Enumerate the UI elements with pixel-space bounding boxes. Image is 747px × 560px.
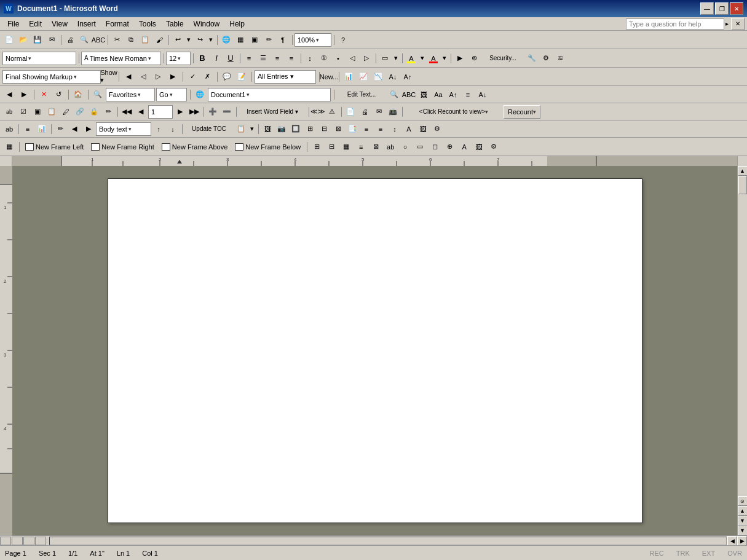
form-merge-print[interactable]: 🖨 [358,105,371,119]
reject-btn[interactable]: ✗ [200,70,214,84]
fr-btn13[interactable]: ⚙ [487,140,500,154]
accept-changes-btn[interactable]: ⊚ [467,52,481,65]
close-button[interactable]: ✕ [730,2,743,15]
fr-btn6[interactable]: ab [384,140,397,154]
toc-btn6[interactable]: ⊠ [331,122,345,136]
fr-btn7[interactable]: ○ [398,140,412,154]
paste-button[interactable]: 📋 [138,33,152,47]
toc-btn7[interactable]: 📑 [346,122,359,136]
nav-spelling[interactable]: ABC [402,88,416,101]
stop-btn[interactable]: ✕ [37,88,50,101]
prev-revision-btn[interactable]: ◁ [136,70,150,84]
back-btn[interactable]: ◀ [2,88,16,101]
line-spacing-button[interactable]: ↕ [303,52,317,65]
table-btn[interactable]: ▦ [234,33,247,47]
menu-window[interactable]: Window [189,17,225,30]
toc-btn5[interactable]: ⊟ [317,122,331,136]
form-merge-fax[interactable]: 📠 [386,105,400,119]
drawing-btn[interactable]: ✏ [262,33,275,47]
form-last[interactable]: ▶▶ [188,105,201,119]
hyperlink-button[interactable]: 🌐 [219,33,233,47]
menu-format[interactable]: Format [101,17,134,30]
next-page-button[interactable]: ▼ [738,516,748,526]
font-color-button[interactable]: A [427,52,440,65]
scroll-thumb-v[interactable] [738,176,747,194]
all-entries-dropdown[interactable]: All Entries ▾ [255,70,316,84]
form-btn5[interactable]: 🖊 [59,105,73,119]
rev-btn1[interactable]: 📊 [342,70,355,84]
comment-btn[interactable]: 💬 [220,70,234,84]
accept-btn[interactable]: ✓ [186,70,199,84]
new-frame-below-btn[interactable]: New Frame Below [232,140,304,154]
rev-btn2[interactable]: 📈 [357,70,370,84]
numbering-button[interactable]: ① [317,52,331,65]
border-arrow[interactable]: ▾ [392,52,400,65]
extra-btn1[interactable]: 🔧 [525,52,539,65]
preview-button[interactable]: 🔍 [77,33,91,47]
decrease-indent-button[interactable]: ◁ [346,52,359,65]
email-button[interactable]: ✉ [45,33,58,47]
toc-btn9[interactable]: ≡ [374,122,387,136]
format-painter-button[interactable]: 🖌 [152,33,166,47]
fr-btn10[interactable]: ⊕ [443,140,456,154]
align-right-button[interactable]: ≡ [271,52,284,65]
form-del[interactable]: ➖ [220,105,234,119]
bold-button[interactable]: B [196,52,209,65]
menu-file[interactable]: File [2,17,24,30]
outline-btn1[interactable]: ab [2,122,16,136]
nav-para[interactable]: ≡ [461,88,475,101]
form-btn4[interactable]: 📋 [45,105,58,119]
new-frame-right-btn[interactable]: New Frame Right [88,140,157,154]
fr-btn2[interactable]: ⊟ [325,140,338,154]
body-text-dropdown[interactable]: Body text ▾ [96,122,151,136]
final-markup-dropdown[interactable]: Final Showing Markup ▾ [2,70,101,84]
address-bar[interactable]: Document1 ▾ [208,88,331,101]
form-add[interactable]: ➕ [206,105,219,119]
nav-search[interactable]: 🔍 [387,88,401,101]
form-back[interactable]: ◀ [134,105,148,119]
go-dropdown[interactable]: Go ▾ [156,88,187,101]
form-merge-email[interactable]: ✉ [372,105,385,119]
justify-button[interactable]: ≡ [285,52,298,65]
increase-indent-button[interactable]: ▷ [360,52,373,65]
favorites-dropdown[interactable]: Favorites ▾ [106,88,155,101]
form-next[interactable]: ▶ [173,105,187,119]
new-entry-btn[interactable]: New... [322,70,336,84]
outline-btn5[interactable]: ◀ [68,122,81,136]
show-hide-grid-btn[interactable]: ▦ [2,140,16,154]
refresh-btn[interactable]: ↺ [52,88,65,101]
track-btn[interactable]: 📝 [235,70,248,84]
print-view-btn[interactable] [23,537,34,545]
recount-view-dropdown[interactable]: <Click Recount to view> ▾ [405,105,503,119]
menu-help[interactable]: Help [224,17,250,30]
insert-word-field-btn[interactable]: Insert Word Field ▾ [239,105,306,119]
fr-btn3[interactable]: ▦ [339,140,353,154]
style-dropdown[interactable]: Normal ▾ [2,52,76,65]
outline-up[interactable]: ↑ [152,122,165,136]
undo-arrow[interactable]: ▾ [185,33,192,47]
outline-btn6[interactable]: ▶ [82,122,95,136]
save-button[interactable]: 💾 [31,33,44,47]
extra-btn2[interactable]: ⚙ [539,52,553,65]
bullets-button[interactable]: • [331,52,345,65]
toc-btn3[interactable]: 🔲 [289,122,302,136]
fr-btn1[interactable]: ⊞ [310,140,323,154]
underline-button[interactable]: U [224,52,237,65]
open-button[interactable]: 📂 [17,33,30,47]
new-button[interactable]: 📄 [2,33,16,47]
show-hide-btn[interactable]: ¶ [276,33,290,47]
align-left-button[interactable]: ≡ [242,52,256,65]
toc-btn10[interactable]: ↕ [388,122,401,136]
outline-btn2[interactable]: ≡ [21,122,34,136]
form-page-dropdown[interactable]: 1 [148,105,173,119]
hscroll-track[interactable] [49,537,727,545]
toc-icon[interactable]: 📋 [234,122,248,136]
help-search-arrow[interactable]: ▸ [725,20,729,27]
spell-button[interactable]: ABC [92,33,105,47]
web-view-btn[interactable] [12,537,23,545]
update-toc-btn[interactable]: Update TOC [184,122,234,136]
menu-insert[interactable]: Insert [73,17,101,30]
fr-btn11[interactable]: A [457,140,471,154]
nav-img[interactable]: 🖼 [417,88,430,101]
edit-text-btn[interactable]: Edit Text... [337,88,386,101]
